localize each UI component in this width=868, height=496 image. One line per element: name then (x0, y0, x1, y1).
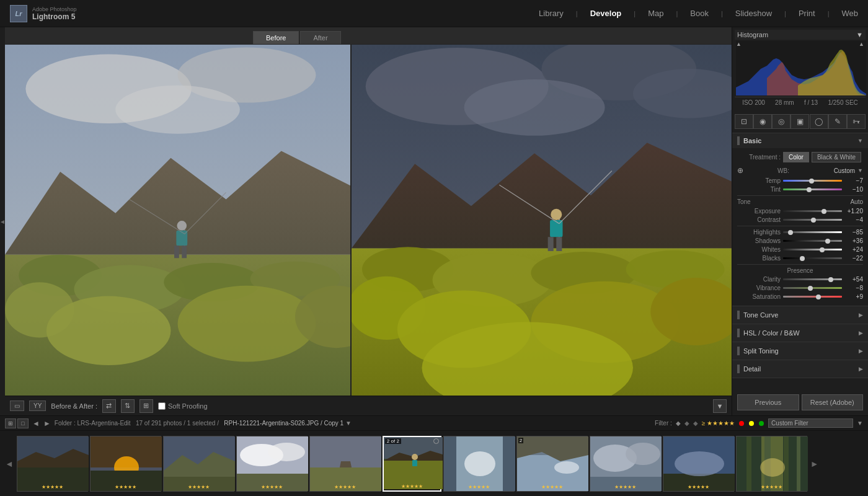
highlights-thumb[interactable] (788, 230, 793, 235)
svg-rect-74 (503, 436, 515, 491)
film-thumb-6[interactable]: 2 of 2 ★★★★★ (383, 436, 441, 492)
after-placeholder (352, 45, 732, 396)
wb-value: Custom (792, 167, 855, 174)
spot-heal-btn[interactable]: ◉ (753, 114, 772, 129)
loupe-view-btn[interactable]: □ (17, 418, 29, 428)
filter-label: Filter : (655, 420, 672, 427)
tint-thumb[interactable] (807, 187, 812, 192)
filter-stars[interactable]: ≥ ★★★★★ (702, 420, 735, 427)
filter-green-flag[interactable] (759, 421, 764, 426)
film-thumb-1[interactable]: ★★★★★ (17, 436, 88, 492)
view-normal-btn[interactable]: ▭ (10, 401, 24, 411)
tone-curve-header[interactable]: Tone Curve ▶ (732, 306, 868, 324)
thumb-7-stars: ★★★★★ (468, 484, 490, 490)
center-area: Before After (5, 27, 732, 415)
previous-btn[interactable]: Previous (737, 394, 799, 410)
film-thumb-3[interactable]: ★★★★★ (163, 436, 234, 492)
blacks-track (783, 257, 842, 259)
filmstrip-next-btn[interactable]: ► (43, 419, 51, 428)
exposure-slider-row: Exposure +1.20 (737, 208, 863, 215)
color-treatment-btn[interactable]: Color (783, 152, 809, 162)
clarity-thumb[interactable] (828, 277, 833, 282)
before-tab[interactable]: Before (253, 31, 299, 44)
vibrance-value: −8 (844, 285, 863, 291)
filter-red-flag[interactable] (739, 421, 744, 426)
tint-track (783, 188, 842, 190)
radial-filter-btn[interactable]: ◯ (810, 114, 828, 129)
after-tab[interactable]: After (300, 31, 340, 44)
key-tool-btn[interactable]: 🗝 (847, 114, 866, 129)
left-panel-toggle[interactable]: ◄ (0, 27, 5, 415)
ba-swap-btn[interactable]: ⇄ (102, 399, 116, 413)
custom-filter-dropdown[interactable]: ▼ (857, 420, 863, 427)
exposure-track (783, 210, 842, 212)
ba-layout-btn[interactable]: ⊞ (140, 399, 153, 413)
blacks-thumb[interactable] (800, 256, 805, 261)
shadows-thumb[interactable] (825, 239, 830, 244)
crop-tool-btn[interactable]: ⊡ (735, 114, 753, 129)
view-yy-btn[interactable]: YY (29, 401, 46, 411)
soft-proofing-checkbox[interactable] (158, 402, 166, 410)
nav-print[interactable]: Print (799, 9, 815, 18)
film-thumb-7[interactable]: ★★★★★ (443, 436, 515, 492)
bw-treatment-btn[interactable]: Black & White (812, 152, 861, 162)
tone-curve-toggle-icon: ▶ (859, 312, 863, 318)
tint-slider-row: Tint −10 (737, 186, 863, 193)
exposure-thumb[interactable] (822, 209, 826, 214)
filter-diamond2[interactable]: ◆ (684, 420, 689, 427)
basic-section-header[interactable]: Basic ▼ (732, 133, 868, 148)
nav-library[interactable]: Library (539, 9, 564, 18)
film-thumb-9[interactable]: ★★★★★ (590, 436, 661, 492)
dropper-icon[interactable]: ⊕ (737, 166, 743, 175)
filter-diamond3[interactable]: ◆ (693, 420, 698, 427)
grid-view-btn[interactable]: ⊞ (5, 418, 16, 428)
toolbar-menu-btn[interactable]: ▼ (713, 399, 727, 413)
nav-web[interactable]: Web (842, 9, 859, 18)
hist-shadow-arrow[interactable]: ▲ (736, 41, 742, 47)
whites-thumb[interactable] (820, 247, 825, 252)
nav-develop[interactable]: Develop (590, 9, 622, 18)
thumb-11-stars: ★★★★★ (761, 484, 782, 490)
redeye-btn[interactable]: ◎ (772, 114, 790, 129)
lr-logo-text: Lr (16, 10, 22, 17)
after-scene-svg (352, 45, 732, 396)
film-thumb-8[interactable]: 2 ★★★★★ (516, 436, 588, 492)
film-thumb-10[interactable]: ★★★★★ (663, 436, 734, 492)
hist-highlight-arrow[interactable]: ▲ (859, 41, 864, 47)
filter-diamond1[interactable]: ◆ (676, 420, 681, 427)
saturation-thumb[interactable] (816, 294, 821, 299)
temp-thumb[interactable] (809, 179, 814, 184)
detail-header[interactable]: Detail ▶ (732, 360, 868, 378)
auto-btn[interactable]: Auto (850, 198, 863, 205)
nav-map[interactable]: Map (648, 9, 663, 18)
filmstrip-prev-btn[interactable]: ◄ (32, 419, 40, 428)
highlights-track (783, 231, 842, 233)
adj-brush-btn[interactable]: ✎ (828, 114, 847, 129)
vibrance-label: Vibrance (737, 285, 781, 291)
wb-row: ⊕ WB: Custom ▼ (737, 166, 863, 175)
nav-slideshow[interactable]: Slideshow (735, 9, 772, 18)
custom-filter-input[interactable] (768, 418, 853, 428)
blacks-label: Blacks (737, 255, 781, 262)
filmstrip-scroll-left[interactable]: ◄ (4, 459, 15, 469)
film-thumb-11[interactable]: ★★★★★ (736, 436, 807, 492)
nav-book[interactable]: Book (690, 9, 709, 18)
hsl-header[interactable]: HSL / Color / B&W ▶ (732, 324, 868, 342)
filter-yellow-flag[interactable] (749, 421, 754, 426)
grad-filter-btn[interactable]: ▣ (790, 114, 809, 129)
filmstrip-scroll-right[interactable]: ► (809, 459, 820, 469)
film-thumb-5[interactable]: ★★★★★ (309, 436, 381, 492)
film-thumb-2[interactable]: ★★★★★ (90, 436, 161, 492)
clarity-label: Clarity (737, 276, 781, 283)
blacks-value: −22 (844, 255, 863, 262)
split-toning-header[interactable]: Split Toning ▶ (732, 342, 868, 360)
vibrance-thumb[interactable] (808, 286, 813, 291)
filename-dropdown[interactable]: ▼ (345, 420, 352, 427)
main-area: ◄ Before After (0, 27, 868, 415)
film-thumb-4[interactable]: ★★★★★ (236, 436, 308, 492)
contrast-thumb[interactable] (811, 218, 816, 223)
ba-copy-btn[interactable]: ⇅ (121, 399, 135, 413)
svg-point-3 (115, 86, 240, 134)
reset-btn[interactable]: Reset (Adobe) (802, 394, 864, 410)
wb-dropdown-icon[interactable]: ▼ (857, 167, 863, 174)
